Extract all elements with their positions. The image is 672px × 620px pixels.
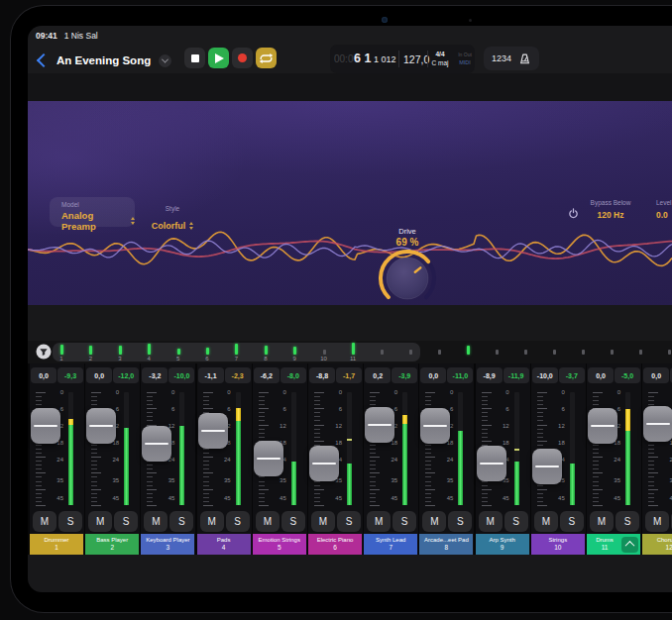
solo-button[interactable]: S	[169, 511, 193, 532]
track-number: 5	[253, 544, 306, 551]
fader-handle[interactable]	[532, 449, 562, 484]
solo-button[interactable]: S	[392, 511, 416, 532]
peak-value[interactable]: -11,9	[504, 367, 529, 383]
track-name-tab[interactable]: Strings 10	[531, 534, 585, 555]
track-name-tab[interactable]: Pads 4	[197, 534, 251, 555]
mute-button[interactable]: M	[144, 511, 168, 532]
mute-button[interactable]: M	[645, 511, 669, 532]
peak-value[interactable]: -8,0	[280, 367, 306, 383]
lcd-display[interactable]: 00:0 6 1 1 012 127,0 4/4 C maj In Out MI…	[330, 45, 475, 73]
cycle-button[interactable]	[256, 48, 277, 68]
volume-value[interactable]: -8,8	[309, 367, 335, 383]
volume-value[interactable]: -3,2	[142, 367, 168, 383]
volume-value[interactable]: 0,2	[365, 367, 391, 383]
fader-handle[interactable]	[588, 408, 617, 444]
stop-icon	[191, 54, 199, 62]
solo-button[interactable]: S	[58, 511, 82, 532]
mute-button[interactable]: M	[256, 511, 280, 532]
mute-button[interactable]: M	[33, 511, 56, 532]
track-overview[interactable]: 1234567891011	[28, 341, 672, 363]
track-name-tab[interactable]: Bass Player 2	[85, 534, 139, 555]
style-selector[interactable]: Style Colorful	[143, 197, 202, 233]
track-name-tab[interactable]: Chorus V 12	[642, 534, 672, 555]
fader-handle[interactable]	[86, 408, 116, 444]
fader-handle[interactable]	[420, 408, 450, 444]
bypass-value[interactable]: 120 Hz	[572, 210, 649, 220]
peak-value[interactable]: -1,7	[336, 367, 362, 383]
track-name: Arcade...eet Pad	[419, 537, 473, 543]
model-selector[interactable]: Model Analog Preamp	[50, 197, 135, 227]
track-name: Keyboard Player	[141, 537, 194, 543]
track-name-tab[interactable]: Arp Synth 9	[476, 534, 529, 555]
solo-button[interactable]: S	[281, 511, 305, 532]
level-meter	[514, 392, 519, 505]
mute-button[interactable]: M	[479, 511, 503, 532]
mute-button[interactable]: M	[311, 511, 335, 532]
peak-value[interactable]: -2,3	[225, 367, 251, 383]
song-title[interactable]: An Evening Song	[56, 54, 151, 66]
volume-value[interactable]: -6,2	[254, 367, 280, 383]
count-in-button[interactable]: 1234	[492, 53, 511, 63]
peak-value[interactable]: -3,9	[392, 367, 417, 383]
volume-value[interactable]: 0,0	[86, 367, 112, 383]
fader-handle[interactable]	[643, 406, 672, 442]
mute-button[interactable]: M	[367, 511, 391, 532]
peak-value[interactable]: -10,0	[168, 367, 194, 383]
collapse-chevron-icon[interactable]	[621, 537, 638, 553]
mute-button[interactable]: M	[590, 511, 614, 532]
volume-value[interactable]: 0,0	[420, 367, 446, 383]
solo-button[interactable]: S	[560, 511, 584, 532]
solo-button[interactable]: S	[114, 511, 138, 532]
track-name-tab[interactable]: Arcade...eet Pad 8	[419, 534, 473, 555]
song-title-row[interactable]: An Evening Song	[36, 50, 171, 71]
record-button[interactable]	[232, 48, 253, 68]
fader-handle[interactable]	[477, 446, 506, 481]
channel-strip: -10,0 -3,7 061218243545 M S Strings 10	[531, 363, 586, 555]
solo-button[interactable]: S	[337, 511, 361, 532]
stop-button[interactable]	[184, 48, 205, 68]
fader-handle[interactable]	[142, 426, 171, 462]
mute-button[interactable]: M	[200, 511, 224, 532]
metronome-icon[interactable]	[518, 52, 531, 65]
peak-value[interactable]: -11,0	[447, 367, 473, 383]
record-icon	[238, 53, 247, 62]
volume-value[interactable]: 0,0	[588, 367, 614, 383]
peak-value[interactable]: -3,7	[559, 367, 585, 383]
fader-handle[interactable]	[198, 413, 228, 449]
track-name-tab[interactable]: Keyboard Player 3	[141, 534, 194, 555]
mute-button[interactable]: M	[88, 511, 112, 532]
mute-button[interactable]: M	[534, 511, 558, 532]
volume-value[interactable]: 0,0	[643, 367, 669, 383]
track-name-tab[interactable]: Drums 11	[587, 534, 640, 555]
fader-handle[interactable]	[31, 408, 60, 444]
track-number: 9	[476, 544, 529, 551]
drive-knob[interactable]	[376, 247, 439, 305]
volume-value[interactable]: -1,1	[198, 367, 224, 383]
back-chevron-icon[interactable]	[37, 53, 51, 67]
peak-value[interactable]: -12,0	[113, 367, 139, 383]
volume-value[interactable]: 0,0	[31, 367, 56, 383]
status-date: 1 Nis Sal	[64, 31, 98, 41]
channel-strip: 0,0 -9,3 061218243545 M S Drummer 1	[30, 363, 84, 555]
volume-value[interactable]: -10,0	[532, 367, 558, 383]
fader-handle[interactable]	[309, 446, 339, 481]
channel-strip: -3,2 -10,0 061218243545 M S Keyboard Pla…	[141, 363, 195, 555]
track-name-tab[interactable]: Synth Lead 7	[364, 534, 417, 555]
volume-value[interactable]: -8,9	[477, 367, 503, 383]
title-dropdown[interactable]	[159, 54, 171, 67]
track-name-tab[interactable]: Emotion Strings 5	[253, 534, 306, 555]
peak-hold	[347, 439, 352, 441]
solo-button[interactable]: S	[504, 511, 528, 532]
play-button[interactable]	[208, 48, 229, 68]
track-name-tab[interactable]: Drummer 1	[30, 534, 83, 555]
fader-handle[interactable]	[254, 441, 283, 476]
solo-button[interactable]: S	[616, 511, 639, 532]
peak-value[interactable]: -5,0	[615, 367, 640, 383]
peak-value[interactable]: -9,3	[57, 367, 83, 383]
solo-button[interactable]: S	[226, 511, 250, 532]
mute-button[interactable]: M	[422, 511, 446, 532]
solo-button[interactable]: S	[448, 511, 472, 532]
fader-handle[interactable]	[365, 407, 394, 443]
level-value[interactable]: 0.0	[656, 210, 668, 220]
track-name-tab[interactable]: Electric Piano 6	[308, 534, 362, 555]
